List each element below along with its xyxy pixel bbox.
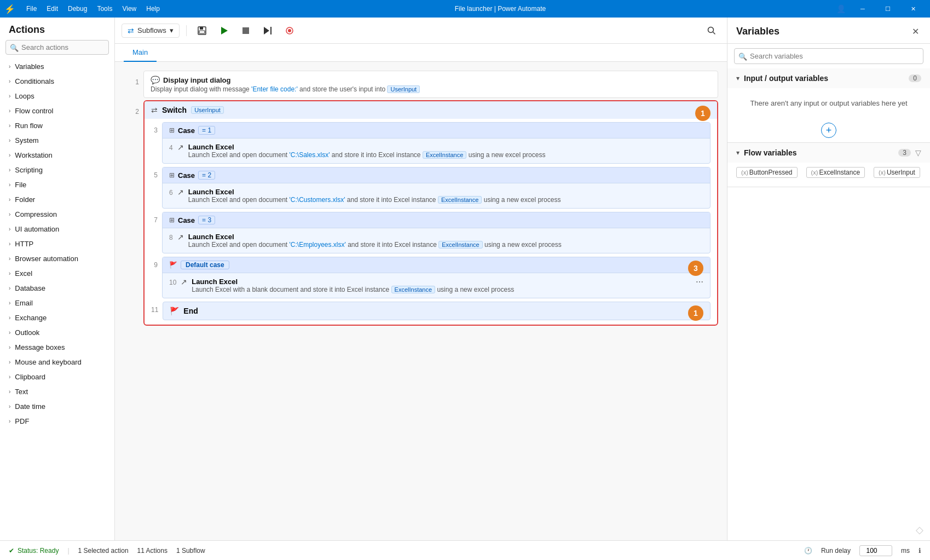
switch-icon: ⇄	[151, 106, 158, 114]
case1-header[interactable]: ⊞ Case = 1	[163, 123, 710, 138]
chevron-icon: ›	[9, 167, 10, 173]
chevron-icon: ›	[9, 182, 10, 188]
case3-step[interactable]: 8 ↗ Launch Excel Launch Excel and open d…	[163, 228, 710, 253]
next-button[interactable]	[259, 22, 276, 39]
action-item-variables[interactable]: › Variables	[0, 59, 114, 74]
end-icon: 🚩	[170, 307, 179, 315]
add-io-variable-button[interactable]: +	[821, 123, 836, 138]
end-block: 11 🚩 End 1	[151, 302, 711, 320]
action-item-compression[interactable]: › Compression	[0, 207, 114, 222]
userinput-badge: UserInput	[387, 85, 420, 93]
action-item-excel[interactable]: › Excel	[0, 266, 114, 281]
launch-excel-desc-2: Launch Excel and open document 'C:\Custo…	[188, 196, 561, 204]
var-chip-buttonpressed[interactable]: (x) ButtonPressed	[736, 167, 798, 178]
action-item-scripting[interactable]: › Scripting	[0, 163, 114, 177]
menu-bar[interactable]: File Edit Debug Tools View Help	[22, 3, 164, 15]
close-button[interactable]: ✕	[900, 0, 926, 18]
chevron-icon: ›	[9, 93, 10, 99]
launch-excel-title-2: Launch Excel	[188, 188, 561, 196]
minimize-button[interactable]: ─	[850, 0, 875, 18]
action-item-message-boxes[interactable]: › Message boxes	[0, 340, 114, 355]
action-label: Conditionals	[15, 77, 54, 85]
action-item-database[interactable]: › Database	[0, 281, 114, 296]
subflows-icon: ⇄	[128, 26, 134, 35]
default-step[interactable]: 10 ↗ Launch Excel Launch Excel with a bl…	[163, 273, 710, 298]
action-item-exchange[interactable]: › Exchange	[0, 310, 114, 325]
action-item-runflow[interactable]: › Run flow	[0, 118, 114, 133]
case3-num: 7	[151, 212, 162, 224]
record-button[interactable]	[281, 22, 298, 39]
search-variables-input[interactable]	[734, 48, 923, 64]
menu-tools[interactable]: Tools	[93, 3, 117, 15]
menu-file[interactable]: File	[22, 3, 41, 15]
search-canvas-button[interactable]	[703, 22, 720, 39]
step-content[interactable]: 💬 Display input dialog Display input dia…	[143, 71, 718, 98]
menu-help[interactable]: Help	[142, 3, 164, 15]
var-chip-excelinstance[interactable]: (x) ExcelInstance	[806, 167, 865, 178]
run-button[interactable]	[215, 22, 233, 39]
maximize-button[interactable]: ☐	[875, 0, 900, 18]
run-delay-input[interactable]	[859, 545, 892, 556]
action-item-outlook[interactable]: › Outlook	[0, 325, 114, 340]
flow-chevron-icon: ▾	[736, 149, 740, 157]
menu-edit[interactable]: Edit	[42, 3, 62, 15]
case3-header[interactable]: ⊞ Case = 3	[163, 212, 710, 228]
action-item-conditionals[interactable]: › Conditionals	[0, 74, 114, 89]
io-section-title: Input / output variables	[744, 74, 904, 83]
save-button[interactable]	[193, 22, 211, 39]
action-label: Run flow	[15, 122, 43, 130]
io-section-header[interactable]: ▾ Input / output variables 0	[727, 68, 930, 88]
subflows-button[interactable]: ⇄ Subflows ▾	[122, 24, 180, 38]
case2-header[interactable]: ⊞ Case = 2	[163, 168, 710, 183]
step8-num: 8	[169, 233, 173, 241]
menu-view[interactable]: View	[118, 3, 141, 15]
action-item-loops[interactable]: › Loops	[0, 89, 114, 103]
filter-icon[interactable]: ▽	[915, 148, 921, 157]
search-actions-input[interactable]	[5, 40, 109, 55]
svg-rect-4	[242, 27, 249, 34]
switch-header[interactable]: ⇄ Switch UserInput 1	[145, 101, 717, 119]
action-item-email[interactable]: › Email	[0, 296, 114, 310]
actions-count: 11 Actions	[137, 547, 167, 555]
action-item-text[interactable]: › Text	[0, 384, 114, 399]
action-item-ui-automation[interactable]: › UI automation	[0, 222, 114, 236]
action-item-datetime[interactable]: › Date time	[0, 399, 114, 414]
flow-section-header[interactable]: ▾ Flow variables 3 ▽	[727, 143, 930, 163]
variables-title: Variables	[736, 26, 910, 37]
action-item-flowcontrol[interactable]: › Flow control	[0, 103, 114, 118]
action-item-file[interactable]: › File	[0, 177, 114, 192]
window-controls[interactable]: ─ ☐ ✕	[850, 0, 926, 18]
case1-step[interactable]: 4 ↗ Launch Excel Launch Excel and open d…	[163, 138, 710, 163]
instance-badge-default: ExcelInstance	[391, 286, 435, 293]
end-content[interactable]: 🚩 End 1	[163, 302, 711, 320]
var-chip-userinput[interactable]: (x) UserInput	[874, 167, 920, 178]
action-label: Text	[15, 388, 28, 396]
svg-point-9	[708, 27, 714, 32]
action-item-browser-automation[interactable]: › Browser automation	[0, 251, 114, 266]
case2-step[interactable]: 6 ↗ Launch Excel Launch Excel and open d…	[163, 183, 710, 208]
default-header[interactable]: 🚩 Default case	[163, 257, 710, 273]
switch-variable-badge: UserInput	[191, 106, 224, 114]
chevron-icon: ›	[9, 359, 10, 365]
stop-button[interactable]	[237, 22, 255, 39]
action-item-clipboard[interactable]: › Clipboard	[0, 370, 114, 384]
variables-close-button[interactable]: ✕	[910, 24, 921, 39]
svg-rect-2	[199, 31, 205, 33]
orange-badge-1: 1	[695, 106, 711, 121]
flow-step-1[interactable]: 1 💬 Display input dialog Display input d…	[124, 71, 718, 98]
tab-main[interactable]: Main	[124, 44, 157, 62]
action-item-http[interactable]: › HTTP	[0, 236, 114, 251]
action-item-mouse-keyboard[interactable]: › Mouse and keyboard	[0, 355, 114, 370]
titlebar: ⚡ File Edit Debug Tools View Help File l…	[0, 0, 930, 18]
menu-debug[interactable]: Debug	[63, 3, 91, 15]
canvas-panel: ⇄ Subflows ▾	[115, 18, 727, 540]
action-label: PDF	[15, 417, 29, 425]
action-label: Outlook	[15, 328, 39, 337]
action-item-workstation[interactable]: › Workstation	[0, 148, 114, 163]
action-item-system[interactable]: › System	[0, 133, 114, 148]
action-label: Loops	[15, 92, 34, 100]
more-options-button[interactable]: ⋯	[696, 278, 703, 286]
action-item-pdf[interactable]: › PDF	[0, 414, 114, 429]
action-label: Folder	[15, 195, 35, 204]
action-item-folder[interactable]: › Folder	[0, 192, 114, 207]
